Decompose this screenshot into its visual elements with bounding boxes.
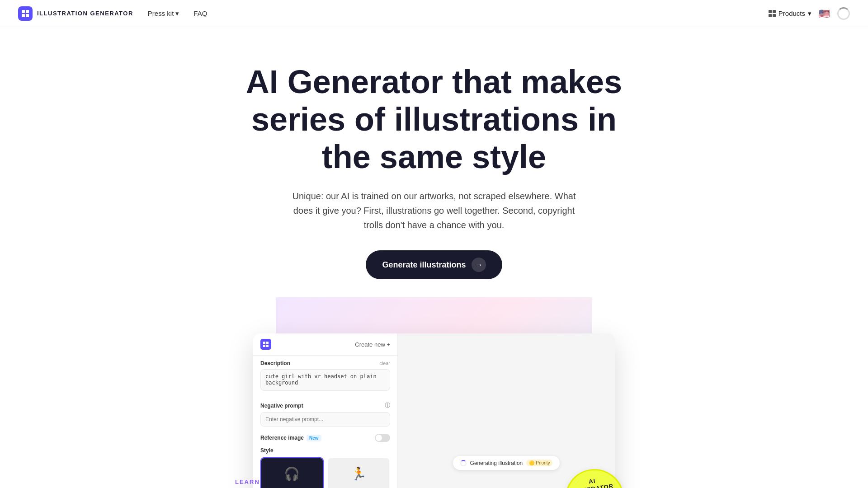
svg-rect-4 — [263, 342, 265, 344]
style-grid: 🎧 Smart Great for any purpose 🏃 WeekdayS… — [260, 457, 390, 488]
chevron-down-icon: ▾ — [808, 9, 811, 18]
svg-rect-3 — [26, 14, 29, 17]
press-kit-link[interactable]: Press kit ▾ — [148, 9, 179, 18]
nav-right: Products ▾ 🇺🇸 — [769, 7, 850, 20]
info-icon: ⓘ — [385, 402, 390, 409]
mini-spinner-icon — [460, 460, 467, 466]
logo-text: ILLUSTRATION GENERATOR — [37, 10, 133, 17]
description-label: Description clear — [260, 360, 390, 366]
panel-logo-icon — [260, 339, 271, 350]
faq-link[interactable]: FAQ — [193, 9, 207, 17]
grid-icon — [769, 10, 776, 17]
style-card-smart[interactable]: 🎧 Smart Great for any purpose — [260, 457, 324, 488]
logo[interactable]: ILLUSTRATION GENERATOR — [18, 6, 133, 21]
logo-icon — [18, 6, 33, 21]
style-thumb-smart: 🎧 — [261, 458, 323, 488]
priority-badge: 🟡 Priority — [526, 460, 552, 466]
svg-rect-7 — [266, 345, 269, 347]
flag-us-icon[interactable]: 🇺🇸 — [819, 8, 830, 19]
clear-button[interactable]: clear — [379, 361, 390, 366]
negative-prompt-input[interactable] — [260, 412, 390, 427]
style-thumb-weekday: 🏃 — [328, 458, 390, 488]
hero-title: AI Generator that makes series of illust… — [231, 63, 637, 175]
loading-spinner — [837, 7, 850, 20]
hero-subtitle: Unique: our AI is trained on our artwork… — [289, 189, 579, 232]
panel-header: Create new + — [253, 333, 397, 356]
svg-rect-0 — [22, 10, 25, 13]
ref-image-toggle[interactable] — [375, 434, 390, 442]
app-mockup: Create new + Description clear cute girl… — [253, 333, 615, 488]
create-new-button[interactable]: Create new + — [355, 341, 390, 348]
learn-more-text: LEARN MORE — [235, 478, 260, 488]
products-button[interactable]: Products ▾ — [769, 9, 811, 18]
right-panel: Generating illustration 🟡 Priority — [398, 333, 615, 488]
description-section: Description clear cute girl with vr head… — [253, 356, 397, 397]
nav-left: ILLUSTRATION GENERATOR Press kit ▾ FAQ — [18, 6, 207, 21]
style-label: Style — [260, 447, 390, 454]
style-section: Style 🎧 Smart Great for any purpose 🏃 — [253, 445, 397, 488]
svg-rect-2 — [22, 14, 25, 17]
learn-more-decoration: LEARN MORE — [235, 478, 260, 488]
navbar: ILLUSTRATION GENERATOR Press kit ▾ FAQ P… — [0, 0, 868, 27]
reference-image-row: Reference image New — [253, 431, 397, 445]
main-content: LEARN MORE AI GENERATOR MADE BY ARTISTS … — [163, 297, 705, 488]
cta-arrow-icon: → — [472, 258, 486, 272]
generating-pill: Generating illustration 🟡 Priority — [453, 456, 560, 470]
svg-rect-6 — [263, 345, 265, 347]
style-card-weekday[interactable]: 🏃 WeekdaySVG Perfect for characters — [327, 457, 391, 488]
description-textarea[interactable]: cute girl with vr headset on plain backg… — [260, 369, 390, 391]
new-badge: New — [307, 435, 321, 441]
generate-cta-button[interactable]: Generate illustrations → — [366, 250, 502, 279]
svg-rect-1 — [26, 10, 29, 13]
badge-text: AI GENERATOR MADE BY ARTISTS — [568, 474, 619, 488]
negative-prompt-section: Negative prompt ⓘ — [253, 397, 397, 431]
priority-dot-icon: 🟡 — [529, 460, 534, 465]
ref-image-label: Reference image New — [260, 435, 321, 441]
generating-area: Generating illustration 🟡 Priority — [407, 343, 606, 488]
svg-rect-5 — [266, 342, 269, 344]
hero-section: AI Generator that makes series of illust… — [0, 27, 868, 297]
negative-prompt-label: Negative prompt ⓘ — [260, 402, 390, 409]
left-panel: Create new + Description clear cute girl… — [253, 333, 398, 488]
